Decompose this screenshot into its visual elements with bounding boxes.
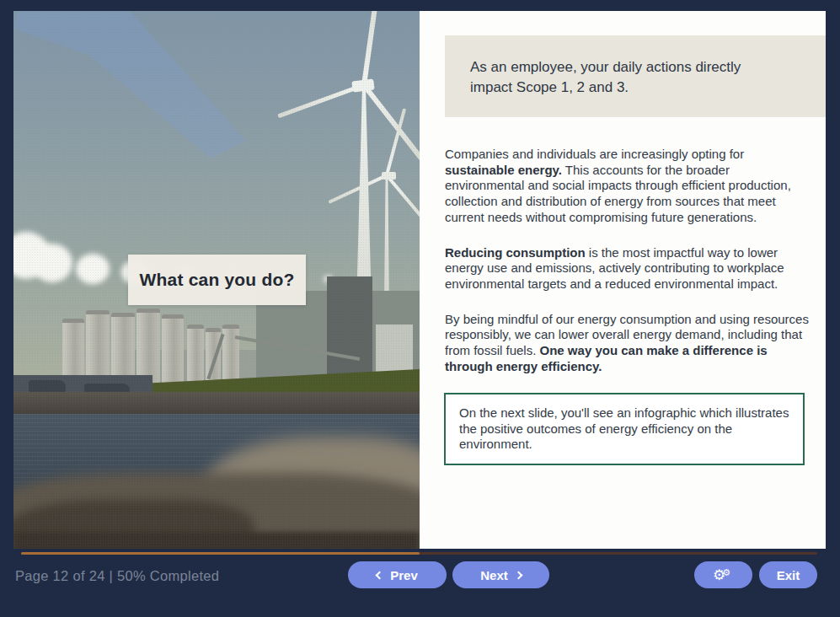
plant-building bbox=[376, 325, 413, 377]
turbine-nacelle bbox=[382, 172, 396, 180]
next-slide-callout-text: On the next slide, you'll see an infogra… bbox=[459, 405, 789, 451]
chevron-left-icon bbox=[376, 571, 384, 579]
course-progress-fill bbox=[21, 552, 420, 555]
player-footer: Page 12 of 24 | 50% Completed Prev Next … bbox=[0, 560, 840, 617]
paragraph-reducing-consumption: Reducing consumption is the most impactf… bbox=[445, 245, 809, 292]
foreground-blur bbox=[13, 532, 420, 549]
next-button[interactable]: Next bbox=[452, 561, 549, 588]
plant-building bbox=[327, 276, 372, 389]
slide-photo-wind-turbines: What can you do? bbox=[13, 11, 420, 549]
prev-button[interactable]: Prev bbox=[348, 561, 447, 588]
smoke-puff bbox=[32, 244, 72, 282]
next-slide-callout: On the next slide, you'll see an infogra… bbox=[444, 393, 805, 465]
exit-button[interactable]: Exit bbox=[759, 561, 817, 588]
smoke-puff bbox=[76, 254, 110, 284]
silo bbox=[162, 314, 184, 386]
paragraph-sustainable-energy: Companies and individuals are increasing… bbox=[445, 147, 809, 226]
photo-question-text: What can you do? bbox=[139, 270, 294, 290]
page-status: Page 12 of 24 | 50% Completed bbox=[15, 568, 219, 584]
settings-button[interactable]: ⚙⚙ bbox=[694, 561, 752, 588]
slide-body: Companies and individuals are increasing… bbox=[445, 147, 809, 394]
slide-header-text: As an employee, your daily actions direc… bbox=[470, 59, 741, 95]
gear-icon: ⚙⚙ bbox=[713, 566, 734, 584]
silo bbox=[187, 325, 204, 384]
quay-wall bbox=[13, 392, 420, 416]
slide-header-box: As an employee, your daily actions direc… bbox=[445, 35, 826, 117]
slide-content-panel: As an employee, your daily actions direc… bbox=[420, 11, 826, 549]
course-progress-bar bbox=[21, 552, 817, 555]
boat bbox=[29, 380, 66, 392]
paragraph-energy-efficiency: By being mindful of our energy consumpti… bbox=[445, 312, 809, 375]
silo bbox=[222, 325, 239, 384]
photo-question-overlay: What can you do? bbox=[128, 255, 306, 305]
chevron-right-icon bbox=[514, 571, 522, 579]
